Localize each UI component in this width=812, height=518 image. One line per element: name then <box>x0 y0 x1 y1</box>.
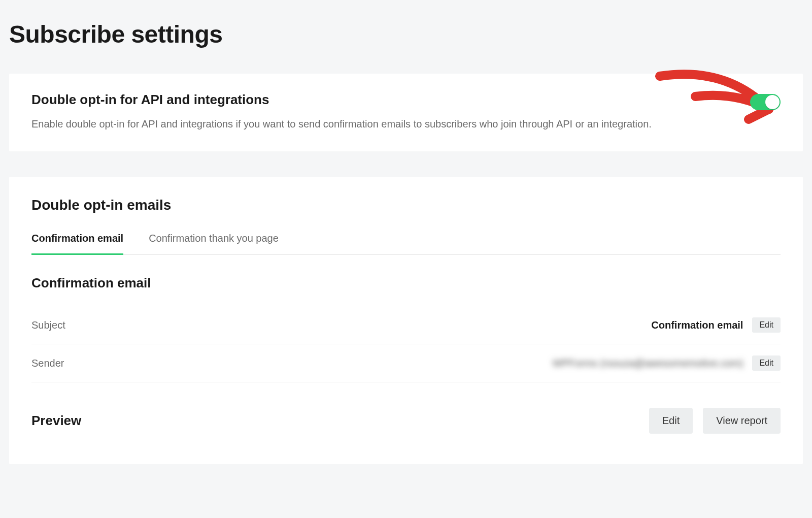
subject-value: Confirmation email <box>651 319 743 331</box>
toggle-knob <box>765 95 780 109</box>
tab-confirmation-email[interactable]: Confirmation email <box>31 233 123 255</box>
subject-label: Subject <box>31 319 65 331</box>
emails-card: Double opt-in emails Confirmation email … <box>9 177 803 464</box>
view-report-button[interactable]: View report <box>703 408 781 434</box>
preview-row: Preview Edit View report <box>31 408 781 434</box>
tab-thank-you-page[interactable]: Confirmation thank you page <box>149 233 279 254</box>
sender-value: WPForms (rsouza@awesomemotive.com) <box>552 358 743 369</box>
emails-section-title: Double opt-in emails <box>31 197 781 213</box>
subject-edit-button[interactable]: Edit <box>752 317 781 333</box>
preview-heading: Preview <box>31 413 81 429</box>
sender-label: Sender <box>31 358 64 369</box>
confirmation-heading: Confirmation email <box>31 275 781 291</box>
preview-edit-button[interactable]: Edit <box>649 408 693 434</box>
opt-in-toggle[interactable] <box>750 94 781 110</box>
opt-in-description: Enable double opt-in for API and integra… <box>31 117 652 131</box>
sender-row: Sender WPForms (rsouza@awesomemotive.com… <box>31 344 781 382</box>
sender-edit-button[interactable]: Edit <box>752 355 781 371</box>
email-tabs: Confirmation email Confirmation thank yo… <box>31 233 781 255</box>
page-title: Subscribe settings <box>9 20 812 48</box>
opt-in-title: Double opt-in for API and integrations <box>31 92 652 108</box>
subject-row: Subject Confirmation email Edit <box>31 306 781 344</box>
opt-in-card: Double opt-in for API and integrations E… <box>9 74 803 151</box>
